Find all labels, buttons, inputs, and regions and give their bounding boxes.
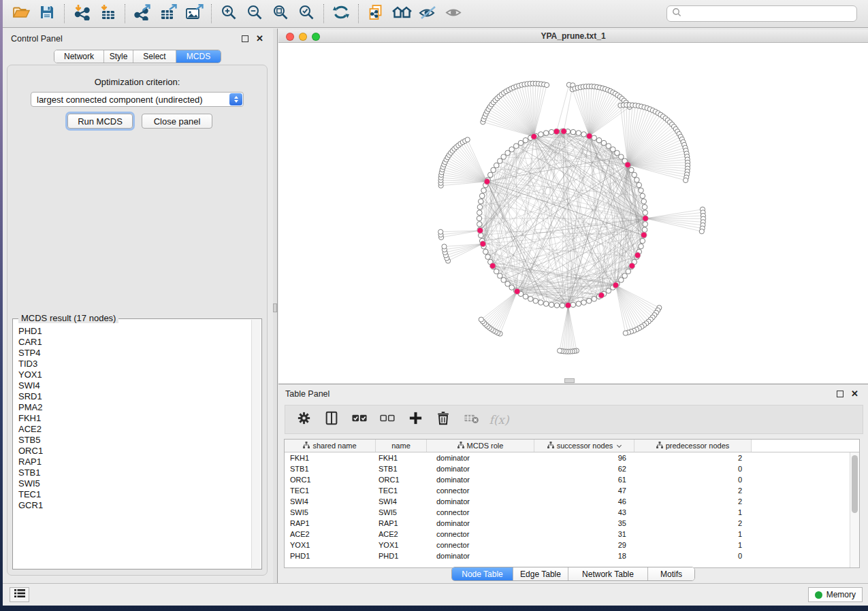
column-label: shared name <box>312 442 356 450</box>
table-body: FKH1FKH1dominator962STB1STB1dominator620… <box>285 452 859 561</box>
float-panel-icon[interactable] <box>242 35 248 42</box>
mcds-result-item[interactable]: PHD1 <box>18 326 251 337</box>
duplicate-network-button[interactable] <box>363 2 389 25</box>
tab-network-table[interactable]: Network Table <box>568 567 648 580</box>
minimize-window-light[interactable] <box>299 33 307 41</box>
export-table-button[interactable] <box>155 2 181 25</box>
delete-table-button <box>462 411 480 429</box>
export-image-button[interactable] <box>181 2 207 25</box>
table-row[interactable]: TEC1TEC1connector472 <box>285 485 859 496</box>
open-file-button[interactable] <box>8 2 34 25</box>
table-row[interactable]: RAP1RAP1dominator352 <box>285 518 859 529</box>
mcds-result-item[interactable]: ACE2 <box>18 424 251 435</box>
network-window: YPA_prune.txt_1 <box>278 30 868 384</box>
mcds-result-item[interactable]: YOX1 <box>18 369 251 380</box>
network-canvas[interactable] <box>278 43 868 383</box>
optimization-criterion-select[interactable]: largest connected component (undirected) <box>31 92 244 107</box>
mcds-result-item[interactable]: STP4 <box>18 348 251 359</box>
import-network-button[interactable] <box>69 2 95 25</box>
column-header-shared-name[interactable]: shared name <box>285 440 376 452</box>
column-header-MCDS-role[interactable]: MCDS role <box>427 440 534 452</box>
select-all-button[interactable] <box>351 411 368 429</box>
toolbar-separator <box>211 4 212 23</box>
toolbar-separator <box>125 4 125 23</box>
table-row[interactable]: ORC1ORC1dominator610 <box>285 474 859 485</box>
close-window-light[interactable] <box>286 33 294 41</box>
table-cell: 0 <box>634 552 752 560</box>
settings-gear-button[interactable] <box>295 411 312 429</box>
main-toolbar <box>3 0 868 28</box>
network-svg[interactable] <box>278 43 868 383</box>
chevron-down-icon[interactable] <box>617 442 622 447</box>
vertical-splitter[interactable] <box>273 29 278 583</box>
close-table-panel-icon[interactable]: ✕ <box>851 389 858 399</box>
table-cell: ACE2 <box>285 530 376 538</box>
delete-column-icon <box>436 410 451 429</box>
table-row[interactable]: YOX1YOX1connector291 <box>285 540 859 550</box>
tab-node-table[interactable]: Node Table <box>452 567 513 580</box>
table-scrollbar-thumb[interactable] <box>852 455 858 513</box>
mcds-result-item[interactable]: CAR1 <box>18 337 251 348</box>
show-panels-button[interactable] <box>10 587 29 602</box>
mcds-result-item[interactable]: SWI4 <box>18 380 251 391</box>
maximize-window-light[interactable] <box>312 33 320 41</box>
export-network-button[interactable] <box>129 2 155 25</box>
run-mcds-button[interactable]: Run MCDS <box>67 114 133 129</box>
column-header-name[interactable]: name <box>376 440 427 452</box>
save-session-button[interactable] <box>34 2 60 25</box>
vertical-splitter-handle[interactable] <box>273 303 277 312</box>
table-row[interactable]: STB1STB1dominator620 <box>285 463 859 474</box>
table-cell: dominator <box>427 454 534 462</box>
zoom-out-button[interactable] <box>242 2 268 25</box>
mcds-result-item[interactable]: TEC1 <box>18 489 251 500</box>
search-input[interactable] <box>685 9 852 18</box>
close-panel-icon[interactable]: ✕ <box>256 34 263 44</box>
table-row[interactable]: PHD1PHD1dominator180 <box>285 550 859 561</box>
mcds-result-item[interactable]: SRD1 <box>18 391 251 402</box>
hide-selected-button[interactable] <box>415 2 440 25</box>
tab-select[interactable]: Select <box>133 50 176 63</box>
mcds-result-item[interactable]: SWI5 <box>18 478 251 489</box>
refresh-icon <box>332 4 350 23</box>
mcds-result-item[interactable]: GCR1 <box>18 500 251 511</box>
show-all-button[interactable] <box>440 2 466 25</box>
column-namespace-icon <box>303 442 310 450</box>
tab-mcds[interactable]: MCDS <box>176 50 221 63</box>
tab-style[interactable]: Style <box>104 50 133 63</box>
delete-column-button[interactable] <box>434 411 452 429</box>
column-layout-button[interactable] <box>323 411 340 429</box>
table-row[interactable]: ACE2ACE2connector311 <box>285 529 859 540</box>
import-table-button[interactable] <box>95 2 120 25</box>
tab-network[interactable]: Network <box>54 50 104 63</box>
mcds-result-item[interactable]: STB1 <box>18 467 251 478</box>
refresh-view-button[interactable] <box>328 2 354 25</box>
zoom-in-button[interactable] <box>216 2 242 25</box>
mcds-result-item[interactable]: RAP1 <box>18 457 251 467</box>
first-neighbors-button[interactable] <box>389 2 415 25</box>
zoom-selected-button[interactable] <box>293 2 319 25</box>
horizontal-splitter-handle[interactable] <box>564 378 575 383</box>
table-cell: connector <box>427 530 534 538</box>
table-row[interactable]: FKH1FKH1dominator962 <box>285 452 859 463</box>
zoom-fit-button[interactable] <box>268 2 293 25</box>
table-row[interactable]: SWI4SWI4dominator462 <box>285 496 859 507</box>
column-header-successor-nodes[interactable]: successor nodes <box>534 440 634 452</box>
mcds-result-item[interactable]: STB5 <box>18 435 251 446</box>
column-header-predecessor-nodes[interactable]: predecessor nodes <box>634 440 752 452</box>
table-row[interactable]: SWI5SWI5connector431 <box>285 507 859 518</box>
tab-motifs[interactable]: Motifs <box>648 567 694 580</box>
mcds-result-item[interactable]: TID3 <box>18 359 251 369</box>
add-column-button[interactable] <box>406 411 424 429</box>
search-box[interactable] <box>666 5 857 22</box>
table-scrollbar[interactable] <box>850 452 859 567</box>
tab-edge-table[interactable]: Edge Table <box>513 567 568 580</box>
mcds-result-item[interactable]: FKH1 <box>18 413 251 424</box>
mcds-result-item[interactable]: ORC1 <box>18 446 251 457</box>
close-panel-button[interactable]: Close panel <box>142 114 212 129</box>
result-scrollbar[interactable] <box>251 320 261 568</box>
float-table-panel-icon[interactable] <box>837 391 843 397</box>
memory-button[interactable]: Memory <box>808 587 863 602</box>
mcds-result-item[interactable]: PMA2 <box>18 402 251 413</box>
network-titlebar[interactable]: YPA_prune.txt_1 <box>278 30 868 43</box>
deselect-all-button[interactable] <box>379 411 396 429</box>
